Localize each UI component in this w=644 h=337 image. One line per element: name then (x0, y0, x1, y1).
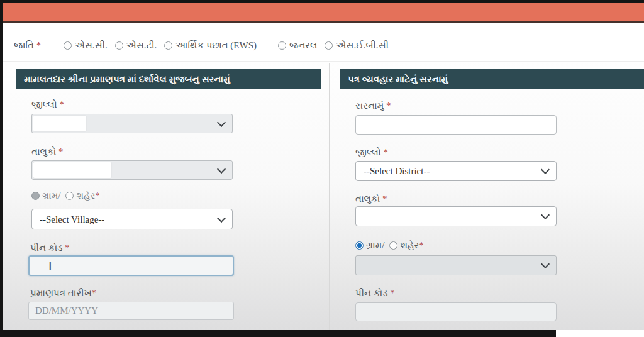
caste-option-label: એસ.સી. (75, 40, 108, 51)
gram-label: ગ્રામ/ (366, 240, 384, 251)
right-village-city-radio-row: ગ્રામ/ શહેર* (355, 240, 423, 251)
frame-edge-left (0, 0, 3, 337)
caste-option-ews[interactable]: આર્થિક પછાત (EWS) (164, 40, 257, 51)
caste-option-sebc[interactable]: એસ.ઈ.બી.સી (325, 40, 389, 51)
label-text: તાલુકો (355, 194, 380, 204)
shaher-radio[interactable] (65, 192, 74, 200)
caste-option-label: એસ.ઈ.બી.સી (336, 40, 389, 51)
caste-option-general[interactable]: જનરલ (278, 40, 317, 51)
left-village-city-radio-row: ગ્રામ/ શહેર* (31, 191, 99, 201)
left-certdate-label: પ્રમાણપત્ર તારીખ* (30, 288, 96, 299)
required-asterisk: * (60, 100, 64, 109)
caste-option-label: એસ.ટી. (126, 40, 157, 51)
chevron-down-icon (217, 118, 226, 126)
column-divider (329, 63, 330, 330)
left-certdate-input[interactable] (28, 302, 234, 320)
required-asterisk: * (65, 243, 70, 253)
gram-radio[interactable] (31, 192, 40, 200)
redacted-value-box (33, 116, 86, 131)
caste-option-st[interactable]: એસ.ટી. (115, 40, 157, 51)
left-taluka-label: તાલુકો* (31, 146, 63, 157)
right-address-label: સરનામું* (355, 101, 391, 111)
chevron-down-icon (541, 211, 550, 219)
right-taluka-label: તાલુકો* (355, 194, 387, 204)
select-value: --Select Village-- (40, 214, 104, 224)
caste-required-asterisk: * (36, 41, 41, 50)
right-pincode-label: પીન કોડ* (355, 288, 395, 299)
right-address-input[interactable] (355, 115, 557, 135)
radio-icon[interactable] (278, 41, 286, 50)
chevron-down-icon (541, 165, 550, 174)
certificate-address-panel-title: મામલતદાર શ્રીના પ્રમાણપત્ર માં દર્શાવેલ … (16, 69, 321, 89)
correspondence-address-panel-title: પત્ર વ્યવહાર માટેનું સરનામું (340, 69, 644, 89)
required-asterisk: * (92, 289, 96, 298)
radio-icon[interactable] (325, 41, 333, 50)
caste-row: જાતિ* એસ.સી. એસ.ટી. આર્થિક પછાત (EWS) જન… (14, 36, 630, 54)
page: જાતિ* એસ.સી. એસ.ટી. આર્થિક પછાત (EWS) જન… (0, 0, 644, 337)
gram-label: ગ્રામ/ (42, 191, 60, 201)
required-asterisk: * (58, 147, 63, 157)
label-text: પ્રમાણપત્ર તારીખ (30, 288, 92, 298)
chevron-down-icon (217, 164, 226, 173)
gram-radio[interactable] (355, 241, 364, 250)
right-taluka-select[interactable] (355, 206, 557, 226)
required-asterisk: * (95, 191, 99, 201)
shaher-label: શહેર (400, 240, 419, 251)
label-text: પીન કોડ (30, 243, 63, 253)
caste-option-sc[interactable]: એસ.સી. (64, 40, 108, 51)
left-pincode-input[interactable] (28, 255, 234, 276)
right-village-select[interactable] (355, 255, 557, 275)
chevron-down-icon (217, 213, 226, 222)
redacted-value-box (33, 162, 111, 178)
frame-edge-top (0, 0, 644, 3)
label-text: જીલ્લો (31, 99, 57, 109)
label-text: પીન કોડ (355, 288, 388, 298)
required-asterisk: * (384, 148, 388, 157)
select-value: --Select District-- (364, 166, 430, 177)
left-district-label: જીલ્લો* (31, 99, 64, 110)
left-district-select[interactable] (31, 114, 233, 133)
left-pincode-label: પીન કોડ* (30, 243, 70, 253)
shaher-radio[interactable] (389, 241, 397, 250)
chevron-down-icon (541, 260, 550, 268)
caste-label: જાતિ* (14, 40, 41, 51)
required-asterisk: * (419, 241, 423, 251)
right-district-select[interactable]: --Select District-- (355, 161, 557, 181)
frame-edge-bottom (0, 330, 556, 337)
left-village-select[interactable]: --Select Village-- (31, 209, 233, 229)
radio-icon[interactable] (164, 41, 172, 50)
radio-icon[interactable] (64, 41, 72, 50)
shaher-label: શહેર (76, 191, 95, 201)
label-text: જીલ્લો (355, 147, 381, 157)
label-text: સરનામું (355, 101, 384, 111)
right-district-label: જીલ્લો* (355, 147, 388, 158)
right-pincode-input[interactable] (355, 302, 557, 321)
left-taluka-select[interactable] (31, 160, 233, 180)
radio-icon[interactable] (115, 41, 123, 50)
caste-option-label: આર્થિક પછાત (EWS) (175, 40, 257, 51)
caste-option-label: જનરલ (289, 40, 317, 51)
required-asterisk: * (386, 101, 391, 111)
label-text: તાલુકો (31, 146, 56, 157)
caste-label-text: જાતિ (14, 40, 34, 50)
required-asterisk: * (382, 194, 387, 204)
required-asterisk: * (391, 289, 395, 298)
orange-header-bar (0, 3, 644, 23)
